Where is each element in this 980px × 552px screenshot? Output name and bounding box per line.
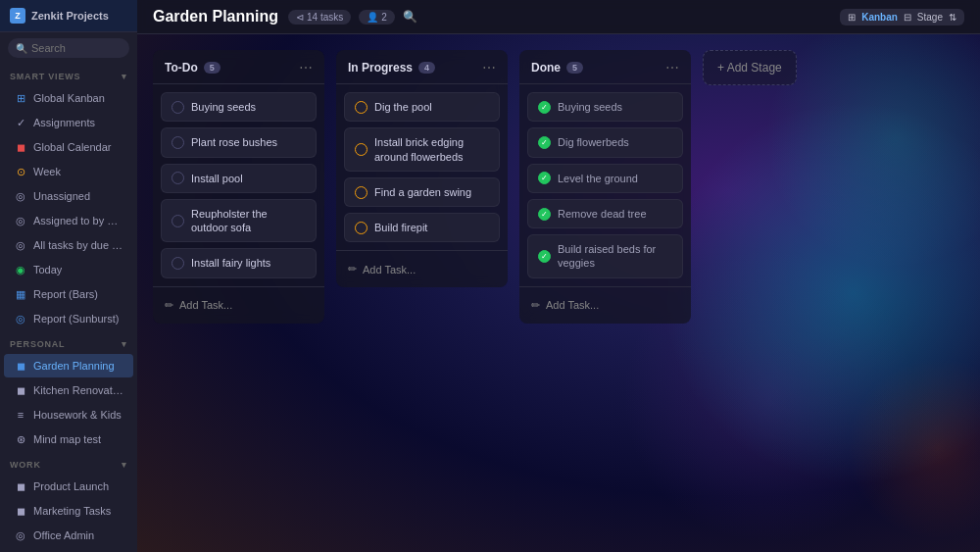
column-menu-todo[interactable]: ⋯: [299, 60, 313, 75]
sort-icon[interactable]: ⇅: [949, 12, 956, 23]
task-checkbox[interactable]: [172, 257, 184, 270]
add-task-icon: ✏: [165, 299, 173, 312]
column-footer-in-progress: ✏ Add Task...: [336, 250, 508, 287]
task-card[interactable]: Install pool: [161, 164, 317, 193]
task-card[interactable]: Install brick edging around flowerbeds: [344, 127, 500, 172]
column-menu-in-progress[interactable]: ⋯: [482, 60, 496, 75]
column-tasks-todo: Buying seeds Plant rose bushes Install p…: [153, 84, 324, 286]
task-checkbox[interactable]: [355, 143, 368, 156]
task-card[interactable]: Dig the pool: [344, 92, 500, 122]
task-card[interactable]: Reupholster the outdoor sofa: [161, 199, 317, 243]
work-section: WORK ▾: [0, 452, 137, 474]
filter-badge[interactable]: ⊲ 14 tasks: [288, 10, 351, 25]
sidebar-icon-unassigned: ◎: [14, 189, 27, 203]
task-text: Dig flowerbeds: [558, 135, 629, 149]
add-task-icon: ✏: [348, 263, 357, 276]
column-title-text-todo: To-Do: [165, 61, 198, 75]
task-card[interactable]: ✓ Remove dead tree: [527, 199, 683, 228]
task-checkbox[interactable]: ✓: [538, 136, 551, 149]
task-checkbox[interactable]: [355, 101, 368, 114]
sidebar-item-week[interactable]: ⊙ Week: [4, 160, 133, 183]
task-checkbox[interactable]: ✓: [538, 208, 551, 221]
column-menu-done[interactable]: ⋯: [665, 60, 679, 75]
sidebar-icon-global-kanban: ⊞: [14, 91, 27, 105]
sidebar-item-hr-recruiting[interactable]: ◼ HR & Recruiting: [4, 548, 133, 552]
task-checkbox[interactable]: ✓: [538, 172, 551, 184]
view-switcher[interactable]: ⊞ Kanban ⊟ Stage ⇅: [840, 9, 964, 25]
add-task-button-done[interactable]: ✏ Add Task...: [527, 295, 683, 316]
main-content: Garden Planning ⊲ 14 tasks 👤 2 🔍 ⊞ Kanba…: [137, 0, 980, 552]
sidebar-item-global-calendar[interactable]: ◼ Global Calendar: [4, 135, 133, 159]
task-card[interactable]: ✓ Buying seeds: [527, 92, 683, 122]
task-checkbox[interactable]: [172, 172, 184, 184]
sidebar-item-report-bars[interactable]: ▦ Report (Bars): [4, 282, 133, 306]
task-card[interactable]: Find a garden swing: [344, 177, 500, 207]
work-chevron[interactable]: ▾: [122, 460, 127, 470]
task-text: Find a garden swing: [374, 185, 471, 199]
filter-icon: ⊲: [296, 12, 304, 23]
kanban-view-label[interactable]: Kanban: [861, 12, 898, 23]
sidebar-icon-kitchen-renovation: ◼: [14, 383, 27, 397]
column-title-todo: To-Do 5: [165, 61, 220, 75]
sidebar-item-garden-planning[interactable]: ◼ Garden Planning: [4, 354, 133, 377]
task-card[interactable]: Buying seeds: [161, 92, 317, 122]
task-checkbox[interactable]: [172, 101, 184, 114]
add-task-button-in-progress[interactable]: ✏ Add Task...: [344, 259, 500, 279]
stage-view-label[interactable]: Stage: [917, 12, 943, 23]
personal-section: PERSONAL ▾: [0, 331, 137, 353]
task-checkbox[interactable]: [355, 222, 368, 234]
sidebar-item-unassigned[interactable]: ◎ Unassigned: [4, 184, 133, 208]
sidebar-icon-report-bars: ▦: [14, 287, 27, 301]
sidebar-item-housework-kids[interactable]: ≡ Housework & Kids: [4, 403, 133, 427]
task-card[interactable]: Build firepit: [344, 213, 500, 242]
search-bar[interactable]: 🔍: [8, 38, 129, 58]
sidebar-item-product-launch[interactable]: ◼ Product Launch: [4, 475, 133, 498]
sidebar-label-mind-map: Mind map test: [33, 433, 101, 445]
users-badge[interactable]: 👤 2: [359, 10, 395, 25]
column-footer-done: ✏ Add Task...: [519, 286, 691, 324]
sidebar-label-marketing-tasks: Marketing Tasks: [33, 505, 111, 517]
sidebar-icon-week: ⊙: [14, 165, 27, 178]
task-text: Build raised beds for veggies: [558, 242, 672, 271]
sidebar-item-today[interactable]: ◉ Today: [4, 258, 133, 281]
task-card[interactable]: Install fairy lights: [161, 248, 317, 277]
task-card[interactable]: ✓ Dig flowerbeds: [527, 127, 683, 157]
task-card[interactable]: ✓ Level the ground: [527, 164, 683, 193]
add-stage-button[interactable]: + Add Stage: [703, 50, 797, 85]
users-icon: 👤: [367, 12, 378, 23]
search-topbar-icon[interactable]: 🔍: [403, 10, 417, 24]
column-done: Done 5 ⋯ ✓ Buying seeds ✓ Dig flowerbeds…: [519, 50, 691, 324]
sidebar-item-assigned-by-due[interactable]: ◎ Assigned to by Due Date: [4, 209, 133, 232]
sidebar-item-mind-map[interactable]: ⊛ Mind map test: [4, 427, 133, 451]
task-text: Plant rose bushes: [191, 135, 277, 149]
sidebar-item-office-admin[interactable]: ◎ Office Admin: [4, 524, 133, 547]
sidebar-label-assignments: Assignments: [33, 117, 95, 128]
sidebar-icon-garden-planning: ◼: [14, 359, 27, 373]
add-task-button-todo[interactable]: ✏ Add Task...: [161, 295, 317, 316]
task-checkbox[interactable]: [172, 136, 184, 149]
sidebar-item-marketing-tasks[interactable]: ◼ Marketing Tasks: [4, 499, 133, 523]
sidebar-item-kitchen-renovation[interactable]: ◼ Kitchen Renovation: [4, 378, 133, 402]
search-input[interactable]: [31, 42, 122, 54]
task-text: Install brick edging around flowerbeds: [374, 135, 489, 164]
task-card[interactable]: ✓ Build raised beds for veggies: [527, 234, 683, 278]
personal-chevron[interactable]: ▾: [122, 339, 127, 349]
sidebar-item-report-sunburst[interactable]: ◎ Report (Sunburst): [4, 307, 133, 330]
column-header-todo: To-Do 5 ⋯: [153, 50, 324, 84]
sidebar-item-all-tasks[interactable]: ◎ All tasks by due date w/o completed: [4, 233, 133, 257]
sidebar-item-assignments[interactable]: ✓ Assignments: [4, 111, 133, 134]
task-checkbox[interactable]: [172, 215, 184, 227]
task-checkbox[interactable]: ✓: [538, 101, 551, 114]
column-title-done: Done 5: [531, 61, 583, 75]
column-in-progress: In Progress 4 ⋯ Dig the pool Install bri…: [336, 50, 508, 287]
sidebar-item-global-kanban[interactable]: ⊞ Global Kanban: [4, 86, 133, 110]
search-icon: 🔍: [16, 43, 27, 54]
task-checkbox[interactable]: ✓: [538, 250, 551, 263]
sidebar-label-report-bars: Report (Bars): [33, 288, 98, 300]
add-task-label: Add Task...: [546, 299, 599, 311]
column-count-done: 5: [566, 62, 583, 74]
smart-views-chevron[interactable]: ▾: [122, 72, 127, 81]
task-checkbox[interactable]: [355, 186, 368, 199]
page-title: Garden Planning: [153, 8, 278, 25]
task-card[interactable]: Plant rose bushes: [161, 127, 317, 157]
